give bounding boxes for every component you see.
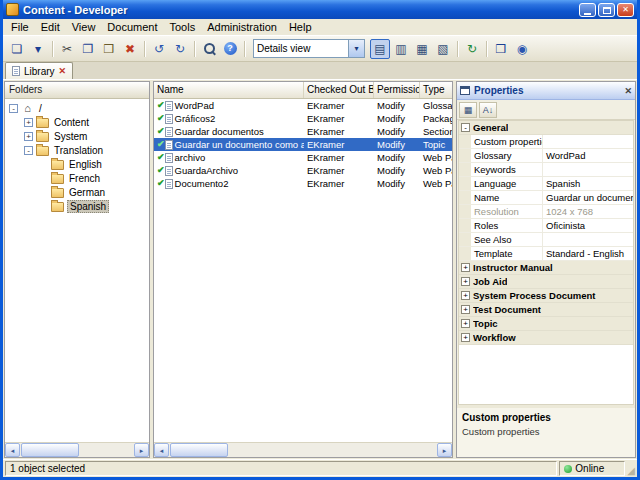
category-expander-icon[interactable]: +	[461, 305, 470, 314]
help-icon[interactable]: ?	[220, 39, 240, 59]
file-row-gr-ficos2[interactable]: ✔Gráficos2EKramerModifyPackage	[154, 112, 452, 125]
category-expander-icon[interactable]: +	[461, 291, 470, 300]
new-document-icon[interactable]: ❏	[7, 39, 27, 59]
document-icon[interactable]: ❒	[491, 39, 511, 59]
find-icon[interactable]	[199, 39, 219, 59]
tab-close-icon[interactable]: ✕	[59, 66, 67, 76]
tree-expander-icon[interactable]: +	[24, 132, 33, 141]
scroll-right-icon[interactable]: ▸	[134, 443, 149, 457]
copy-icon[interactable]: ❐	[78, 39, 98, 59]
file-name: GuardaArchivo	[175, 164, 238, 177]
close-button[interactable]: ✕	[617, 3, 634, 17]
resize-grip[interactable]: ◢	[627, 466, 635, 476]
file-row-guardar-un-documento-como-archivo-nuevo[interactable]: ✔Guardar un documento como archivo nuevo…	[154, 138, 452, 151]
tree-item-french[interactable]: French	[5, 171, 149, 185]
category-workflow[interactable]: +Workflow	[459, 331, 633, 345]
column-header-permission[interactable]: Permission	[374, 82, 420, 98]
category-general[interactable]: -General	[459, 121, 633, 135]
column-header-name[interactable]: Name	[154, 82, 304, 98]
icon-view-icon[interactable]: ▧	[433, 39, 453, 59]
title-bar[interactable]: Content - Developer ✕	[3, 0, 637, 19]
tree-item-system[interactable]: +System	[5, 129, 149, 143]
category-job-aid[interactable]: +Job Aid	[459, 275, 633, 289]
tree-item-content[interactable]: +Content	[5, 115, 149, 129]
menu-administration[interactable]: Administration	[201, 20, 283, 34]
category-test-document[interactable]: +Test Document	[459, 303, 633, 317]
view-mode-dropdown[interactable]: Details view ▾	[253, 39, 365, 58]
property-row-glossary[interactable]: GlossaryWordPad	[459, 149, 633, 163]
tree-item-english[interactable]: English	[5, 157, 149, 171]
refresh-icon[interactable]: ↻	[462, 39, 482, 59]
new-dropdown-chevron-icon[interactable]: ▾	[28, 39, 48, 59]
undo-icon[interactable]: ↺	[149, 39, 169, 59]
file-name-cell: ✔archivo	[154, 151, 304, 164]
tree-item-german[interactable]: German	[5, 185, 149, 199]
file-row-documento2[interactable]: ✔Documento2EKramerModifyWeb Page	[154, 177, 452, 190]
maximize-button[interactable]	[598, 3, 615, 17]
property-row-name[interactable]: NameGuardar un documento com...	[459, 191, 633, 205]
category-system-process-document[interactable]: +System Process Document	[459, 289, 633, 303]
property-row-keywords[interactable]: Keywords	[459, 163, 633, 177]
property-value	[543, 233, 633, 246]
scroll-left-icon[interactable]: ◂	[5, 443, 20, 457]
category-instructor-manual[interactable]: +Instructor Manual	[459, 261, 633, 275]
property-row-roles[interactable]: RolesOficinista	[459, 219, 633, 233]
menu-view[interactable]: View	[66, 20, 102, 34]
globe-icon[interactable]: ◉	[512, 39, 532, 59]
list-scroll-thumb[interactable]	[170, 443, 228, 457]
file-row-archivo[interactable]: ✔archivoEKramerModifyWeb Page	[154, 151, 452, 164]
property-row-resolution[interactable]: Resolution1024 x 768	[459, 205, 633, 219]
category-expander-icon[interactable]: +	[461, 277, 470, 286]
tree-item-translation[interactable]: -Translation	[5, 143, 149, 157]
list-header: NameChecked Out ByPermissionType	[154, 82, 452, 99]
categorized-view-button[interactable]: ▦	[459, 102, 477, 118]
properties-header[interactable]: Properties ✕	[457, 82, 635, 100]
file-row-wordpad[interactable]: ✔WordPadEKramerModifyGlossary	[154, 99, 452, 112]
properties-close-icon[interactable]: ✕	[624, 86, 632, 96]
category-topic[interactable]: +Topic	[459, 317, 633, 331]
cut-icon[interactable]: ✂	[57, 39, 77, 59]
scroll-right-icon[interactable]: ▸	[437, 443, 452, 457]
list-scroll-track[interactable]	[169, 443, 437, 457]
chevron-down-icon[interactable]: ▾	[348, 40, 364, 57]
tile-view-icon[interactable]: ▦	[412, 39, 432, 59]
alphabetical-sort-button[interactable]: A↓	[479, 102, 497, 118]
column-header-checked-out-by[interactable]: Checked Out By	[304, 82, 374, 98]
category-expander-icon[interactable]: +	[461, 333, 470, 342]
details-view-icon[interactable]: ▤	[370, 39, 390, 59]
file-row-guardar-documentos[interactable]: ✔Guardar documentosEKramerModifySection	[154, 125, 452, 138]
folders-scroll-thumb[interactable]	[21, 443, 79, 457]
property-gutter	[459, 177, 471, 190]
list-view-glyph: ▥	[395, 43, 406, 55]
category-expander-icon[interactable]: -	[461, 123, 470, 132]
folders-scroll-track[interactable]	[20, 443, 134, 457]
menu-document[interactable]: Document	[101, 20, 163, 34]
list-hscrollbar[interactable]: ◂ ▸	[154, 442, 452, 457]
tree-item-root[interactable]: -⌂/	[5, 101, 149, 115]
redo-icon[interactable]: ↻	[170, 39, 190, 59]
menu-file[interactable]: File	[5, 20, 35, 34]
menu-help[interactable]: Help	[283, 20, 318, 34]
tree-item-spanish[interactable]: Spanish	[5, 199, 149, 213]
paste-icon[interactable]: ❒	[99, 39, 119, 59]
file-row-guardaarchivo[interactable]: ✔GuardaArchivoEKramerModifyWeb Page	[154, 164, 452, 177]
property-row-see-also[interactable]: See Also	[459, 233, 633, 247]
category-expander-icon[interactable]: +	[461, 319, 470, 328]
tree-expander-icon[interactable]: -	[9, 104, 18, 113]
tab-library[interactable]: Library ✕	[5, 62, 73, 79]
property-row-language[interactable]: LanguageSpanish	[459, 177, 633, 191]
minimize-button[interactable]	[579, 3, 596, 17]
delete-icon[interactable]: ✖	[120, 39, 140, 59]
tree-expander-icon[interactable]: +	[24, 118, 33, 127]
tree-expander-icon[interactable]: -	[24, 146, 33, 155]
property-row-template[interactable]: TemplateStandard - English	[459, 247, 633, 261]
menu-edit[interactable]: Edit	[35, 20, 66, 34]
scroll-left-icon[interactable]: ◂	[154, 443, 169, 457]
column-header-type[interactable]: Type	[420, 82, 452, 98]
permission-cell: Modify	[374, 151, 420, 164]
list-view-icon[interactable]: ▥	[391, 39, 411, 59]
property-row-custom-properties[interactable]: Custom properties	[459, 135, 633, 149]
menu-tools[interactable]: Tools	[164, 20, 202, 34]
folders-hscrollbar[interactable]: ◂ ▸	[5, 442, 149, 457]
category-expander-icon[interactable]: +	[461, 263, 470, 272]
